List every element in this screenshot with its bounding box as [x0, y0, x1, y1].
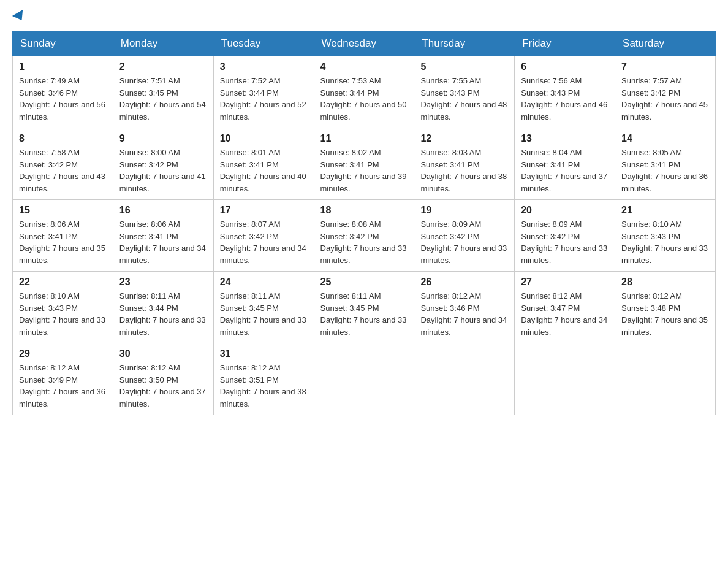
day-number: 9 — [119, 133, 207, 144]
day-info: Sunrise: 8:10 AMSunset: 3:43 PMDaylight:… — [621, 218, 709, 266]
table-row — [615, 343, 716, 415]
day-info: Sunrise: 8:12 AMSunset: 3:51 PMDaylight:… — [220, 362, 308, 410]
table-row: 31Sunrise: 8:12 AMSunset: 3:51 PMDayligh… — [213, 343, 314, 415]
day-number: 5 — [420, 61, 508, 72]
table-row — [414, 343, 515, 415]
header-sunday: Sunday — [13, 31, 113, 56]
table-row: 27Sunrise: 8:12 AMSunset: 3:47 PMDayligh… — [515, 272, 615, 343]
day-info: Sunrise: 8:12 AMSunset: 3:50 PMDaylight:… — [119, 362, 207, 410]
table-row: 19Sunrise: 8:09 AMSunset: 3:42 PMDayligh… — [414, 200, 515, 272]
day-number: 26 — [420, 277, 508, 288]
table-row: 14Sunrise: 8:05 AMSunset: 3:41 PMDayligh… — [615, 128, 716, 200]
table-row: 1Sunrise: 7:49 AMSunset: 3:46 PMDaylight… — [13, 56, 113, 128]
table-row — [515, 343, 615, 415]
day-number: 28 — [621, 277, 709, 288]
table-row — [314, 343, 414, 415]
weekday-header-row: Sunday Monday Tuesday Wednesday Thursday… — [13, 31, 716, 56]
table-row: 9Sunrise: 8:00 AMSunset: 3:42 PMDaylight… — [113, 128, 213, 200]
table-row: 2Sunrise: 7:51 AMSunset: 3:45 PMDaylight… — [113, 56, 213, 128]
table-row: 15Sunrise: 8:06 AMSunset: 3:41 PMDayligh… — [13, 200, 113, 272]
day-number: 22 — [19, 277, 107, 288]
header-friday: Friday — [515, 31, 615, 56]
table-row: 16Sunrise: 8:06 AMSunset: 3:41 PMDayligh… — [113, 200, 213, 272]
day-number: 25 — [320, 277, 408, 288]
day-info: Sunrise: 8:11 AMSunset: 3:44 PMDaylight:… — [119, 290, 207, 338]
day-info: Sunrise: 7:49 AMSunset: 3:46 PMDaylight:… — [19, 75, 107, 123]
day-number: 24 — [220, 277, 308, 288]
day-info: Sunrise: 8:08 AMSunset: 3:42 PMDaylight:… — [320, 218, 408, 266]
table-row: 23Sunrise: 8:11 AMSunset: 3:44 PMDayligh… — [113, 272, 213, 343]
day-number: 15 — [19, 205, 107, 216]
day-number: 3 — [220, 61, 308, 72]
day-info: Sunrise: 8:10 AMSunset: 3:43 PMDaylight:… — [19, 290, 107, 338]
day-info: Sunrise: 8:02 AMSunset: 3:41 PMDaylight:… — [320, 147, 408, 194]
day-info: Sunrise: 8:06 AMSunset: 3:41 PMDaylight:… — [119, 218, 207, 266]
day-info: Sunrise: 8:04 AMSunset: 3:41 PMDaylight:… — [521, 147, 609, 194]
page-header — [12, 12, 716, 21]
day-info: Sunrise: 7:52 AMSunset: 3:44 PMDaylight:… — [220, 75, 308, 123]
header-monday: Monday — [113, 31, 213, 56]
table-row: 5Sunrise: 7:55 AMSunset: 3:43 PMDaylight… — [414, 56, 515, 128]
day-info: Sunrise: 8:09 AMSunset: 3:42 PMDaylight:… — [420, 218, 508, 266]
day-info: Sunrise: 8:11 AMSunset: 3:45 PMDaylight:… — [320, 290, 408, 338]
day-number: 12 — [420, 133, 508, 144]
calendar-week-row: 15Sunrise: 8:06 AMSunset: 3:41 PMDayligh… — [13, 200, 716, 272]
table-row: 29Sunrise: 8:12 AMSunset: 3:49 PMDayligh… — [13, 343, 113, 415]
day-number: 8 — [19, 133, 107, 144]
table-row: 24Sunrise: 8:11 AMSunset: 3:45 PMDayligh… — [213, 272, 314, 343]
table-row: 25Sunrise: 8:11 AMSunset: 3:45 PMDayligh… — [314, 272, 414, 343]
table-row: 26Sunrise: 8:12 AMSunset: 3:46 PMDayligh… — [414, 272, 515, 343]
day-number: 10 — [220, 133, 308, 144]
calendar-week-row: 22Sunrise: 8:10 AMSunset: 3:43 PMDayligh… — [13, 272, 716, 343]
day-number: 31 — [220, 348, 308, 359]
day-info: Sunrise: 8:07 AMSunset: 3:42 PMDaylight:… — [220, 218, 308, 266]
day-number: 29 — [19, 348, 107, 359]
table-row: 11Sunrise: 8:02 AMSunset: 3:41 PMDayligh… — [314, 128, 414, 200]
calendar-week-row: 8Sunrise: 7:58 AMSunset: 3:42 PMDaylight… — [13, 128, 716, 200]
day-number: 1 — [19, 61, 107, 72]
table-row: 6Sunrise: 7:56 AMSunset: 3:43 PMDaylight… — [515, 56, 615, 128]
header-saturday: Saturday — [615, 31, 716, 56]
day-info: Sunrise: 7:57 AMSunset: 3:42 PMDaylight:… — [621, 75, 709, 123]
day-number: 18 — [320, 205, 408, 216]
table-row: 10Sunrise: 8:01 AMSunset: 3:41 PMDayligh… — [213, 128, 314, 200]
day-number: 7 — [621, 61, 709, 72]
day-info: Sunrise: 8:12 AMSunset: 3:48 PMDaylight:… — [621, 290, 709, 338]
day-info: Sunrise: 8:01 AMSunset: 3:41 PMDaylight:… — [220, 147, 308, 194]
day-number: 17 — [220, 205, 308, 216]
day-number: 27 — [521, 277, 609, 288]
calendar-table: Sunday Monday Tuesday Wednesday Thursday… — [12, 31, 716, 415]
day-number: 16 — [119, 205, 207, 216]
table-row: 18Sunrise: 8:08 AMSunset: 3:42 PMDayligh… — [314, 200, 414, 272]
table-row: 30Sunrise: 8:12 AMSunset: 3:50 PMDayligh… — [113, 343, 213, 415]
day-number: 6 — [521, 61, 609, 72]
table-row: 20Sunrise: 8:09 AMSunset: 3:42 PMDayligh… — [515, 200, 615, 272]
table-row: 21Sunrise: 8:10 AMSunset: 3:43 PMDayligh… — [615, 200, 716, 272]
day-number: 11 — [320, 133, 408, 144]
day-number: 2 — [119, 61, 207, 72]
day-info: Sunrise: 8:11 AMSunset: 3:45 PMDaylight:… — [220, 290, 308, 338]
day-info: Sunrise: 8:05 AMSunset: 3:41 PMDaylight:… — [621, 147, 709, 194]
day-number: 19 — [420, 205, 508, 216]
header-wednesday: Wednesday — [314, 31, 414, 56]
day-info: Sunrise: 8:06 AMSunset: 3:41 PMDaylight:… — [19, 218, 107, 266]
table-row: 17Sunrise: 8:07 AMSunset: 3:42 PMDayligh… — [213, 200, 314, 272]
header-thursday: Thursday — [414, 31, 515, 56]
logo — [12, 12, 26, 21]
table-row: 12Sunrise: 8:03 AMSunset: 3:41 PMDayligh… — [414, 128, 515, 200]
day-info: Sunrise: 7:55 AMSunset: 3:43 PMDaylight:… — [420, 75, 508, 123]
header-tuesday: Tuesday — [213, 31, 314, 56]
table-row: 28Sunrise: 8:12 AMSunset: 3:48 PMDayligh… — [615, 272, 716, 343]
calendar-week-row: 1Sunrise: 7:49 AMSunset: 3:46 PMDaylight… — [13, 56, 716, 128]
day-number: 21 — [621, 205, 709, 216]
day-info: Sunrise: 8:12 AMSunset: 3:49 PMDaylight:… — [19, 362, 107, 410]
table-row: 13Sunrise: 8:04 AMSunset: 3:41 PMDayligh… — [515, 128, 615, 200]
day-info: Sunrise: 8:03 AMSunset: 3:41 PMDaylight:… — [420, 147, 508, 194]
table-row: 8Sunrise: 7:58 AMSunset: 3:42 PMDaylight… — [13, 128, 113, 200]
day-number: 14 — [621, 133, 709, 144]
day-info: Sunrise: 8:12 AMSunset: 3:46 PMDaylight:… — [420, 290, 508, 338]
day-info: Sunrise: 7:58 AMSunset: 3:42 PMDaylight:… — [19, 147, 107, 194]
day-info: Sunrise: 8:12 AMSunset: 3:47 PMDaylight:… — [521, 290, 609, 338]
day-info: Sunrise: 7:51 AMSunset: 3:45 PMDaylight:… — [119, 75, 207, 123]
day-number: 30 — [119, 348, 207, 359]
